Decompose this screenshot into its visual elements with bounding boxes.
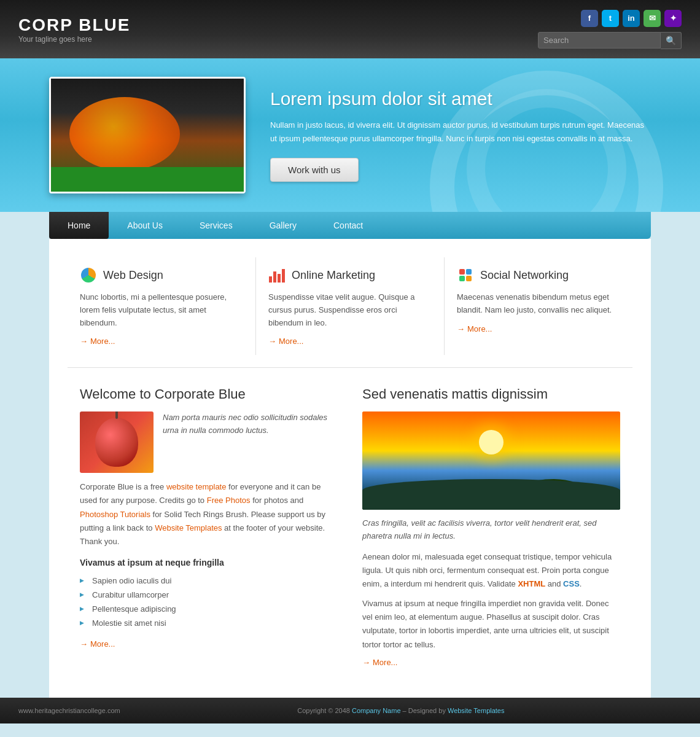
twitter-icon[interactable]: t: [602, 10, 619, 27]
welcome-heading: Welcome to Corporate Blue: [80, 386, 338, 402]
web-design-label: Web Design: [103, 269, 163, 282]
free-photos-link[interactable]: Free Photos: [207, 496, 251, 505]
three-columns-section: Web Design Nunc lobortis, mi a pellentes…: [68, 257, 632, 355]
xhtml-link[interactable]: XHTML: [518, 579, 545, 588]
search-button[interactable]: 🔍: [661, 32, 682, 49]
list-item: Pellentesque adipiscing: [80, 602, 338, 616]
website-templates-link[interactable]: Website Templates: [155, 523, 222, 532]
nav-contact[interactable]: Contact: [315, 212, 381, 239]
list-item: Molestie sit amet nisi: [80, 616, 338, 630]
header: CORP BLUE Your tagline goes here f t in …: [0, 0, 700, 58]
hero-text: Lorem ipsum dolor sit amet Nullam in jus…: [270, 88, 651, 182]
social-networking-heading: Social Networking: [457, 267, 620, 284]
main-navigation: Home About Us Services Gallery Contact: [49, 212, 651, 239]
hero-paragraph: Nullam in justo lacus, id viverra elit. …: [270, 119, 651, 146]
web-design-more-link[interactable]: More...: [80, 337, 243, 346]
photoshop-tutorials-link[interactable]: Photoshop Tutorials: [80, 510, 150, 519]
right-body2: Vivamus at ipsum at neque fringilla impe…: [362, 597, 620, 651]
footer-left: www.heritagechristiancollege.com: [18, 707, 120, 714]
header-right: f t in ✉ ✦ 🔍: [538, 10, 682, 49]
welcome-body: Corporate Blue is a free website templat…: [80, 480, 338, 548]
sunset-image: [362, 411, 620, 510]
social-networking-label: Social Networking: [480, 269, 569, 282]
nav-gallery[interactable]: Gallery: [251, 212, 315, 239]
logo-tagline: Your tagline goes here: [18, 35, 130, 44]
right-more-link[interactable]: More...: [362, 658, 620, 667]
social-networking-column: Social Networking Maecenas venenatis bib…: [445, 257, 632, 355]
welcome-column: Welcome to Corporate Blue Nam porta maur…: [80, 386, 338, 666]
welcome-more-link[interactable]: More...: [80, 639, 338, 649]
hero-image: FRUIT ART: [49, 77, 246, 193]
hero-section: FRUIT ART Lorem ipsum dolor sit amet Nul…: [0, 58, 700, 212]
list-item: Curabitur ullamcorper: [80, 588, 338, 602]
apple-image: [80, 411, 154, 473]
search-input[interactable]: [538, 32, 661, 49]
welcome-italic: Nam porta mauris nec odio sollicitudin s…: [163, 411, 338, 473]
right-caption: Cras fringilla, velit ac facilisis viver…: [362, 517, 620, 543]
right-section-heading: Sed venenatis mattis dignissim: [362, 386, 620, 402]
website-template-link[interactable]: website template: [166, 482, 227, 491]
online-marketing-label: Online Marketing: [292, 269, 375, 282]
work-with-us-button[interactable]: Work with us: [270, 158, 359, 182]
social-networking-para: Maecenas venenatis bibendum metus eget b…: [457, 291, 620, 317]
social-networking-more-link[interactable]: More...: [457, 324, 620, 333]
facebook-icon[interactable]: f: [581, 10, 598, 27]
nav-about-us[interactable]: About Us: [109, 212, 181, 239]
hero-heading: Lorem ipsum dolor sit amet: [270, 88, 651, 109]
welcome-top: Nam porta mauris nec odio sollicitudin s…: [80, 411, 338, 473]
social-icons: f t in ✉ ✦: [581, 10, 682, 27]
list-item: Sapien odio iaculis dui: [80, 574, 338, 588]
logo-area: CORP BLUE Your tagline goes here: [18, 15, 130, 44]
footer-center: Copyright © 2048 Company Name – Designed…: [297, 707, 504, 714]
welcome-subheading: Vivamus at ipsum at neque fringilla: [80, 558, 338, 567]
footer: www.heritagechristiancollege.com Copyrig…: [0, 698, 700, 723]
right-section-column: Sed venenatis mattis dignissim Cras frin…: [362, 386, 620, 666]
footer-company-name[interactable]: Company Name: [352, 707, 400, 714]
hero-image-inner: FRUIT ART: [51, 79, 244, 192]
section-divider: [68, 367, 632, 368]
main-content: Web Design Nunc lobortis, mi a pellentes…: [49, 239, 651, 698]
rss-icon[interactable]: ✦: [664, 10, 682, 27]
nav-services[interactable]: Services: [181, 212, 251, 239]
web-design-column: Web Design Nunc lobortis, mi a pellentes…: [68, 257, 256, 355]
bullet-list: Sapien odio iaculis dui Curabitur ullamc…: [80, 574, 338, 630]
css-link[interactable]: CSS: [563, 579, 580, 588]
right-body1: Aenean dolor mi, malesuada eget consequa…: [362, 550, 620, 591]
footer-website-templates-link[interactable]: Website Templates: [448, 707, 505, 714]
nav-home[interactable]: Home: [49, 212, 109, 239]
footer-copyright: Copyright © 2048: [297, 707, 352, 714]
two-columns-section: Welcome to Corporate Blue Nam porta maur…: [68, 374, 632, 679]
pie-chart-icon: [80, 267, 97, 284]
online-marketing-more-link[interactable]: More...: [268, 337, 432, 346]
search-bar: 🔍: [538, 32, 682, 49]
web-design-para: Nunc lobortis, mi a pellentesque posuere…: [80, 291, 243, 329]
linkedin-icon[interactable]: in: [623, 10, 640, 27]
online-marketing-column: Online Marketing Suspendisse vitae velit…: [256, 257, 445, 355]
online-marketing-heading: Online Marketing: [268, 267, 432, 284]
logo-title: CORP BLUE: [18, 15, 130, 35]
bar-chart-icon: [268, 267, 286, 284]
grid-icon: [457, 267, 474, 284]
web-design-heading: Web Design: [80, 267, 243, 284]
online-marketing-para: Suspendisse vitae velit augue. Quisque a…: [268, 291, 432, 329]
message-icon[interactable]: ✉: [644, 10, 661, 27]
